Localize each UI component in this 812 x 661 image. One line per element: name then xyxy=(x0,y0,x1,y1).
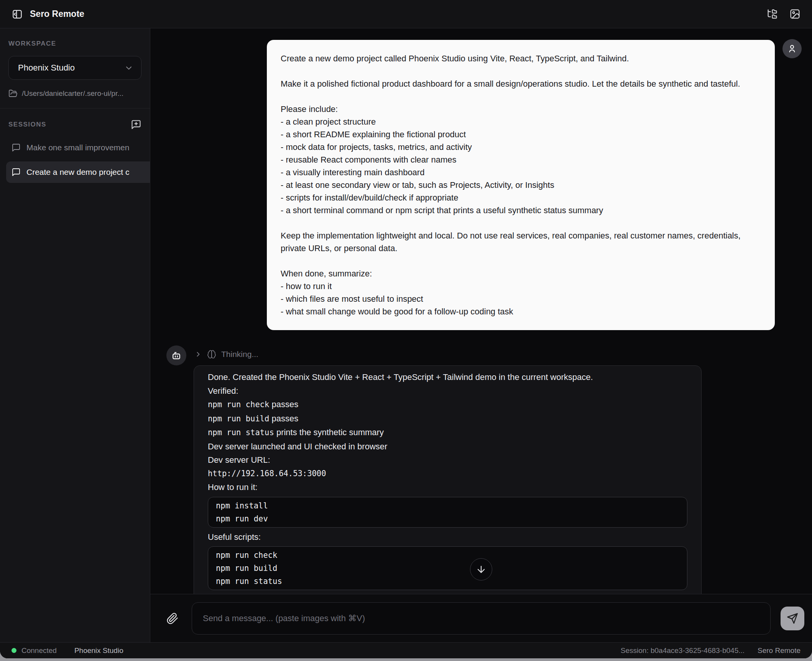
send-button[interactable] xyxy=(781,607,804,630)
code-block-run: npm install npm run dev xyxy=(208,497,687,528)
scroll-to-bottom-button[interactable] xyxy=(470,558,492,580)
message-square-icon xyxy=(12,143,21,152)
new-session-icon xyxy=(131,119,141,130)
image-gallery-button[interactable] xyxy=(789,8,800,20)
assistant-line: How to run it: xyxy=(208,480,687,494)
attach-button[interactable] xyxy=(166,612,179,625)
thinking-toggle[interactable]: Thinking... xyxy=(194,348,702,361)
session-item-active[interactable]: Create a new demo project c xyxy=(6,161,150,183)
dev-server-url: http://192.168.64.53:3000 xyxy=(208,467,687,481)
send-icon xyxy=(787,613,798,624)
session-item-label: Make one small improvemen xyxy=(26,143,129,152)
app-title: Sero Remote xyxy=(30,9,84,19)
assistant-line: Verified: xyxy=(208,384,687,398)
chat-scroll-area[interactable]: Create a new demo project called Phoenix… xyxy=(150,28,812,594)
workspace-selected-value: Phoenix Studio xyxy=(18,63,75,73)
assistant-line: npm run status prints the synthetic summ… xyxy=(208,426,687,440)
status-session-id: Session: b0a4ace3-3625-4683-b045... xyxy=(621,646,745,655)
chevron-right-icon xyxy=(194,350,202,358)
assistant-line: Useful scripts: xyxy=(208,530,687,544)
workspace-select[interactable]: Phoenix Studio xyxy=(8,56,141,80)
assistant-line: Dev server URL: xyxy=(208,453,687,467)
new-session-button[interactable] xyxy=(131,119,141,130)
session-list: Make one small improvemen Create a new d… xyxy=(0,134,150,183)
assistant-line: Dev server launched and UI checked in br… xyxy=(208,440,687,454)
status-workspace-name: Phoenix Studio xyxy=(74,646,123,655)
brain-icon xyxy=(207,350,216,359)
sessions-section-label: SESSIONS xyxy=(8,121,46,128)
folder-open-icon xyxy=(8,89,18,98)
code-block-scripts: npm run check npm run build npm run stat… xyxy=(208,546,687,590)
message-input[interactable] xyxy=(192,602,771,635)
workspace-path-text: /Users/danielcarter/.sero-ui/pr... xyxy=(22,89,123,98)
assistant-line: npm run check passes xyxy=(208,398,687,412)
arrow-down-icon xyxy=(476,564,487,575)
session-item[interactable]: Make one small improvemen xyxy=(6,137,150,158)
folder-tree-icon xyxy=(767,8,778,20)
assistant-line: npm run build passes xyxy=(208,412,687,426)
top-bar-actions xyxy=(767,8,800,20)
session-item-label: Create a new demo project c xyxy=(26,168,129,177)
thinking-label: Thinking... xyxy=(221,350,258,359)
avatar xyxy=(166,345,186,365)
assistant-message-row: Thinking... Done. Created the Phoenix St… xyxy=(166,345,775,594)
bot-icon xyxy=(171,350,182,361)
user-message-bubble: Create a new demo project called Phoenix… xyxy=(267,40,775,330)
avatar xyxy=(782,39,802,58)
user-icon xyxy=(787,43,797,54)
connection-status-label: Connected xyxy=(21,646,57,655)
workspace-section-label: WORKSPACE xyxy=(8,40,141,48)
status-bar: Connected Phoenix Studio Session: b0a4ac… xyxy=(0,642,812,658)
file-tree-button[interactable] xyxy=(767,8,778,20)
message-square-icon xyxy=(12,168,21,177)
top-bar: Sero Remote xyxy=(0,0,812,28)
chat-main: Create a new demo project called Phoenix… xyxy=(150,28,812,642)
sidebar: WORKSPACE Phoenix Studio /Users/danielca… xyxy=(0,28,150,642)
connection-status-dot xyxy=(12,648,16,653)
inline-code: npm run status xyxy=(208,428,274,437)
sidebar-toggle-button[interactable] xyxy=(12,8,23,20)
paperclip-icon xyxy=(166,612,179,625)
assistant-message: Done. Created the Phoenix Studio Vite + … xyxy=(194,365,702,594)
image-icon xyxy=(789,8,800,20)
workspace-path: /Users/danielcarter/.sero-ui/pr... xyxy=(8,89,141,98)
assistant-line: Done. Created the Phoenix Studio Vite + … xyxy=(208,370,687,384)
chevron-down-icon xyxy=(124,63,133,72)
inline-code: npm run build xyxy=(208,414,269,423)
status-app-name: Sero Remote xyxy=(758,646,800,655)
inline-code: npm run check xyxy=(208,400,269,409)
panel-left-icon xyxy=(12,8,23,20)
app-window: Sero Remote xyxy=(0,0,812,658)
composer-bar xyxy=(150,594,812,642)
